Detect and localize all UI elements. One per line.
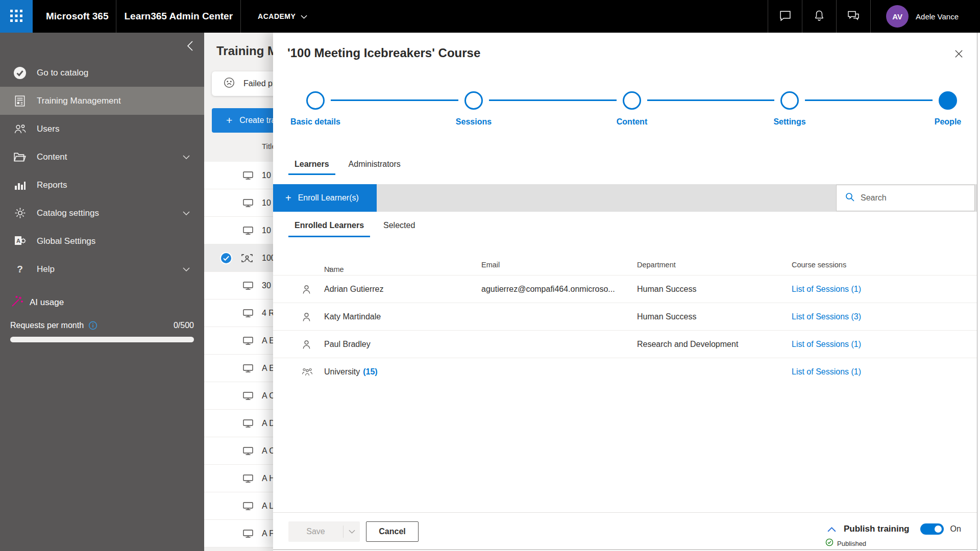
- learner-department: Research and Development: [637, 340, 738, 349]
- step-circle: [939, 91, 957, 110]
- screen: Microsoft 365 Learn365 Admin Center ACAD…: [0, 0, 980, 551]
- sidebar-item-go-to-catalog[interactable]: Go to catalog: [0, 59, 204, 87]
- search-input[interactable]: [861, 193, 963, 203]
- notifications-button[interactable]: [802, 0, 836, 33]
- close-button[interactable]: [948, 44, 969, 65]
- account-menu[interactable]: AV Adele Vance: [871, 5, 980, 28]
- learner-name: Adrian Gutierrez: [324, 285, 384, 294]
- chat-icon: [779, 9, 792, 23]
- publish-status: Published: [825, 538, 866, 548]
- column-header-department: Department: [637, 261, 676, 269]
- sidebar-menu: Go to catalog Training Management Users …: [0, 59, 204, 283]
- requests-row: Requests per month 0/500: [0, 318, 204, 333]
- toggle-knob: [935, 525, 942, 533]
- sidebar-item-label: Reports: [37, 180, 67, 190]
- course-people-dialog: '100 Meeting Icebreakers' Course Basic d…: [273, 33, 980, 551]
- folder-icon: [12, 152, 28, 163]
- ai-usage-section: AI usage Requests per month 0/500: [0, 295, 204, 342]
- elearning-icon: [242, 170, 254, 181]
- subtab-selected[interactable]: Selected: [377, 218, 421, 237]
- bell-icon: [813, 9, 825, 23]
- list-of-sessions-link[interactable]: List of Sessions (1): [792, 367, 861, 377]
- sidebar-item-reports[interactable]: Reports: [0, 171, 204, 199]
- list-of-sessions-link[interactable]: List of Sessions (3): [792, 312, 861, 321]
- save-button[interactable]: Save: [288, 521, 360, 542]
- tab-administrators[interactable]: Administrators: [342, 157, 407, 175]
- requests-progress-bar: [10, 337, 194, 342]
- elearning-icon: [242, 198, 254, 208]
- publish-toggle[interactable]: [920, 523, 944, 535]
- list-of-sessions-link[interactable]: List of Sessions (1): [792, 340, 861, 349]
- chevron-up-icon[interactable]: [827, 527, 837, 532]
- tab-learners[interactable]: Learners: [288, 157, 335, 175]
- elearning-icon: [242, 473, 254, 484]
- table-row: Paul Bradley Research and Development Li…: [273, 331, 977, 358]
- sort-ascending-icon: ↑: [328, 265, 332, 273]
- chevron-down-icon[interactable]: [344, 530, 360, 534]
- brand-title[interactable]: Microsoft 365: [46, 11, 108, 22]
- app-launcher-button[interactable]: [0, 0, 33, 33]
- sidebar-item-content[interactable]: Content: [0, 143, 204, 171]
- table-row: Adrian Gutierrez agutierrez@compafi464.o…: [273, 276, 977, 303]
- learner-name: Paul Bradley: [324, 340, 371, 349]
- sidebar-item-label: Help: [37, 264, 55, 274]
- sidebar-item-label: Catalog settings: [37, 208, 99, 218]
- bar-chart-icon: [12, 179, 28, 191]
- learner-name: Katy Martindale: [324, 312, 381, 321]
- search-box: [836, 185, 975, 211]
- elearning-icon: [242, 363, 254, 373]
- ai-usage-label: AI usage: [30, 297, 64, 308]
- search-icon: [845, 192, 855, 204]
- subtab-enrolled-learners[interactable]: Enrolled Learners: [288, 218, 370, 237]
- feedback-icon: [847, 9, 860, 23]
- feedback-button[interactable]: [837, 0, 870, 33]
- sidebar-item-label: Content: [37, 152, 67, 162]
- plus-icon: +: [285, 192, 291, 204]
- sidebar-item-training-management[interactable]: Training Management: [0, 87, 204, 115]
- step-circle: [780, 91, 799, 110]
- step-settings[interactable]: Settings: [749, 91, 830, 127]
- waffle-icon: [10, 9, 23, 24]
- publish-controls: Publish training On: [827, 523, 961, 535]
- chevron-down-icon: [301, 12, 307, 20]
- requests-label: Requests per month: [10, 321, 84, 330]
- step-people-current[interactable]: People: [907, 91, 980, 127]
- sidebar-item-label: Users: [37, 124, 59, 134]
- topbar-divider: [116, 0, 116, 33]
- step-circle: [464, 91, 483, 110]
- tenant-dropdown[interactable]: ACADEMY: [258, 12, 307, 20]
- save-label: Save: [288, 527, 343, 536]
- table-row: Katy Martindale Human Success List of Se…: [273, 303, 977, 331]
- info-icon[interactable]: [88, 321, 97, 330]
- instructor-led-icon: [241, 253, 253, 263]
- step-basic-details[interactable]: Basic details: [275, 91, 356, 127]
- topbar-right: AV Adele Vance: [768, 0, 980, 33]
- enroll-learners-button[interactable]: + Enroll Learner(s): [273, 184, 377, 212]
- product-title[interactable]: Learn365 Admin Center: [124, 11, 233, 22]
- step-sessions[interactable]: Sessions: [433, 91, 514, 127]
- published-status-text: Published: [837, 540, 866, 547]
- person-icon: [301, 284, 312, 294]
- sidebar-item-users[interactable]: Users: [0, 115, 204, 143]
- learner-group-name[interactable]: University(15): [324, 367, 378, 377]
- help-icon: ?: [12, 264, 28, 275]
- chat-button[interactable]: [768, 0, 802, 33]
- document-icon: [12, 94, 28, 108]
- cancel-button[interactable]: Cancel: [366, 521, 419, 542]
- table-row: University(15) List of Sessions (1): [273, 358, 977, 386]
- sidebar-collapse-button[interactable]: [182, 38, 199, 55]
- selected-check-icon: [219, 252, 233, 265]
- list-of-sessions-link[interactable]: List of Sessions (1): [792, 285, 861, 294]
- person-icon: [301, 339, 312, 349]
- learner-department: Human Success: [637, 312, 697, 321]
- sidebar-item-global-settings[interactable]: A Global Settings: [0, 227, 204, 255]
- step-circle: [623, 91, 641, 110]
- step-content[interactable]: Content: [591, 91, 673, 127]
- elearning-icon: [242, 446, 254, 456]
- sidebar-item-help[interactable]: ? Help: [0, 255, 204, 283]
- footer-divider: [273, 512, 977, 513]
- toggle-state-label: On: [950, 524, 961, 534]
- magic-wand-icon: [10, 295, 23, 310]
- person-icon: [301, 311, 312, 322]
- sidebar-item-catalog-settings[interactable]: Catalog settings: [0, 199, 204, 227]
